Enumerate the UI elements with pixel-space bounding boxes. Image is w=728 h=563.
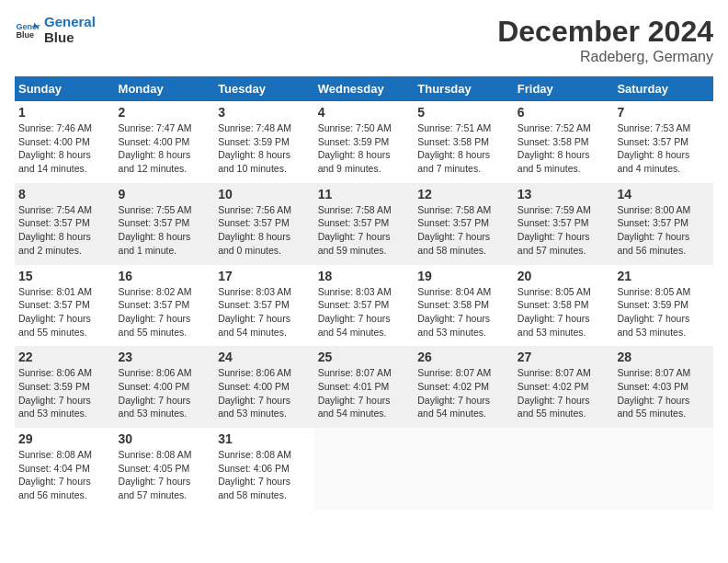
day-info: Sunrise: 8:07 AMSunset: 4:02 PMDaylight:…	[518, 366, 610, 420]
day-info: Sunrise: 8:04 AMSunset: 3:58 PMDaylight:…	[417, 285, 510, 339]
day-number: 17	[218, 269, 311, 283]
calendar-cell: 10Sunrise: 7:56 AMSunset: 3:57 PMDayligh…	[214, 183, 314, 265]
calendar-cell: 14Sunrise: 8:00 AMSunset: 3:57 PMDayligh…	[613, 183, 713, 265]
day-info: Sunrise: 7:51 AMSunset: 3:58 PMDaylight:…	[417, 121, 510, 176]
day-info: Sunrise: 8:07 AMSunset: 4:03 PMDaylight:…	[617, 366, 710, 420]
day-number: 11	[318, 187, 411, 201]
week-row-1: 1Sunrise: 7:46 AMSunset: 4:00 PMDaylight…	[15, 101, 713, 183]
logo: General Blue General Blue	[15, 15, 96, 45]
day-number: 16	[119, 269, 211, 283]
day-number: 22	[18, 350, 111, 364]
calendar-cell: 11Sunrise: 7:58 AMSunset: 3:57 PMDayligh…	[314, 183, 415, 265]
day-number: 3	[218, 105, 311, 120]
calendar-cell	[414, 428, 514, 510]
day-info: Sunrise: 8:06 AMSunset: 4:00 PMDaylight:…	[119, 366, 211, 420]
week-row-3: 15Sunrise: 8:01 AMSunset: 3:57 PMDayligh…	[15, 265, 713, 347]
day-info: Sunrise: 8:07 AMSunset: 4:01 PMDaylight:…	[318, 366, 411, 420]
header-day-friday: Friday	[514, 76, 614, 101]
calendar-cell: 25Sunrise: 8:07 AMSunset: 4:01 PMDayligh…	[314, 346, 415, 428]
day-number: 27	[518, 350, 610, 364]
day-info: Sunrise: 8:02 AMSunset: 3:57 PMDaylight:…	[119, 285, 211, 339]
calendar-cell: 13Sunrise: 7:59 AMSunset: 3:57 PMDayligh…	[514, 183, 614, 265]
day-number: 2	[119, 105, 211, 120]
day-number: 31	[218, 431, 311, 446]
day-number: 1	[18, 105, 111, 120]
calendar-cell: 16Sunrise: 8:02 AMSunset: 3:57 PMDayligh…	[115, 265, 215, 347]
logo-line2: Blue	[44, 30, 96, 46]
day-info: Sunrise: 8:03 AMSunset: 3:57 PMDaylight:…	[218, 285, 311, 339]
day-info: Sunrise: 7:58 AMSunset: 3:57 PMDaylight:…	[417, 203, 510, 258]
calendar-cell: 18Sunrise: 8:03 AMSunset: 3:57 PMDayligh…	[314, 265, 415, 347]
day-number: 13	[518, 187, 610, 201]
day-info: Sunrise: 8:05 AMSunset: 3:58 PMDaylight:…	[518, 285, 610, 339]
day-number: 10	[218, 187, 311, 201]
title-section: December 2024 Radeberg, Germany	[497, 15, 713, 65]
calendar-cell: 23Sunrise: 8:06 AMSunset: 4:00 PMDayligh…	[115, 346, 215, 428]
day-info: Sunrise: 7:59 AMSunset: 3:57 PMDaylight:…	[518, 203, 610, 258]
day-info: Sunrise: 7:55 AMSunset: 3:57 PMDaylight:…	[119, 203, 211, 258]
day-number: 5	[417, 105, 510, 120]
day-info: Sunrise: 7:52 AMSunset: 3:58 PMDaylight:…	[518, 121, 610, 176]
day-number: 30	[119, 431, 211, 446]
day-info: Sunrise: 7:56 AMSunset: 3:57 PMDaylight:…	[218, 203, 311, 258]
calendar-table: SundayMondayTuesdayWednesdayThursdayFrid…	[15, 76, 713, 510]
logo-icon: General Blue	[15, 17, 40, 43]
calendar-cell: 29Sunrise: 8:08 AMSunset: 4:04 PMDayligh…	[15, 428, 115, 510]
day-info: Sunrise: 8:07 AMSunset: 4:02 PMDaylight:…	[417, 366, 510, 420]
calendar-cell: 6Sunrise: 7:52 AMSunset: 3:58 PMDaylight…	[514, 101, 614, 183]
day-info: Sunrise: 8:00 AMSunset: 3:57 PMDaylight:…	[617, 203, 710, 258]
day-number: 20	[518, 269, 610, 283]
week-row-5: 29Sunrise: 8:08 AMSunset: 4:04 PMDayligh…	[15, 428, 713, 510]
day-info: Sunrise: 7:54 AMSunset: 3:57 PMDaylight:…	[18, 203, 111, 258]
svg-text:Blue: Blue	[16, 30, 34, 40]
day-number: 12	[417, 187, 510, 201]
calendar-cell: 26Sunrise: 8:07 AMSunset: 4:02 PMDayligh…	[414, 346, 514, 428]
main-title: December 2024	[497, 15, 713, 49]
day-number: 25	[318, 350, 411, 364]
day-info: Sunrise: 8:03 AMSunset: 3:57 PMDaylight:…	[318, 285, 411, 339]
calendar-cell: 1Sunrise: 7:46 AMSunset: 4:00 PMDaylight…	[15, 101, 115, 183]
day-info: Sunrise: 7:58 AMSunset: 3:57 PMDaylight:…	[318, 203, 411, 258]
day-number: 14	[617, 187, 710, 201]
day-info: Sunrise: 8:06 AMSunset: 4:00 PMDaylight:…	[218, 366, 311, 420]
calendar-cell: 22Sunrise: 8:06 AMSunset: 3:59 PMDayligh…	[15, 346, 115, 428]
header-day-monday: Monday	[115, 76, 215, 101]
calendar-cell: 31Sunrise: 8:08 AMSunset: 4:06 PMDayligh…	[214, 428, 314, 510]
calendar-cell: 5Sunrise: 7:51 AMSunset: 3:58 PMDaylight…	[414, 101, 514, 183]
day-info: Sunrise: 7:46 AMSunset: 4:00 PMDaylight:…	[18, 121, 111, 176]
day-number: 21	[617, 269, 710, 283]
calendar-cell: 9Sunrise: 7:55 AMSunset: 3:57 PMDaylight…	[115, 183, 215, 265]
day-number: 9	[119, 187, 211, 201]
calendar-cell	[314, 428, 415, 510]
day-info: Sunrise: 8:08 AMSunset: 4:06 PMDaylight:…	[218, 448, 311, 502]
page-header: General Blue General Blue December 2024 …	[15, 15, 713, 65]
calendar-cell	[514, 428, 614, 510]
day-info: Sunrise: 8:08 AMSunset: 4:04 PMDaylight:…	[18, 448, 111, 502]
header-day-sunday: Sunday	[15, 76, 115, 101]
calendar-cell: 30Sunrise: 8:08 AMSunset: 4:05 PMDayligh…	[115, 428, 215, 510]
header-day-tuesday: Tuesday	[214, 76, 314, 101]
header-day-wednesday: Wednesday	[314, 76, 415, 101]
day-info: Sunrise: 7:47 AMSunset: 4:00 PMDaylight:…	[119, 121, 211, 176]
day-number: 24	[218, 350, 311, 364]
calendar-cell: 28Sunrise: 8:07 AMSunset: 4:03 PMDayligh…	[613, 346, 713, 428]
day-number: 4	[318, 105, 411, 120]
week-row-2: 8Sunrise: 7:54 AMSunset: 3:57 PMDaylight…	[15, 183, 713, 265]
day-number: 6	[518, 105, 610, 120]
header-day-saturday: Saturday	[613, 76, 713, 101]
calendar-cell: 12Sunrise: 7:58 AMSunset: 3:57 PMDayligh…	[414, 183, 514, 265]
day-info: Sunrise: 7:48 AMSunset: 3:59 PMDaylight:…	[218, 121, 311, 176]
week-row-4: 22Sunrise: 8:06 AMSunset: 3:59 PMDayligh…	[15, 346, 713, 428]
day-number: 23	[119, 350, 211, 364]
day-number: 19	[417, 269, 510, 283]
day-number: 29	[18, 431, 111, 446]
calendar-cell: 8Sunrise: 7:54 AMSunset: 3:57 PMDaylight…	[15, 183, 115, 265]
calendar-cell: 7Sunrise: 7:53 AMSunset: 3:57 PMDaylight…	[613, 101, 713, 183]
day-number: 7	[617, 105, 710, 120]
calendar-cell: 3Sunrise: 7:48 AMSunset: 3:59 PMDaylight…	[214, 101, 314, 183]
calendar-cell	[613, 428, 713, 510]
day-info: Sunrise: 7:50 AMSunset: 3:59 PMDaylight:…	[318, 121, 411, 176]
day-number: 18	[318, 269, 411, 283]
header-row: SundayMondayTuesdayWednesdayThursdayFrid…	[15, 76, 713, 101]
calendar-cell: 17Sunrise: 8:03 AMSunset: 3:57 PMDayligh…	[214, 265, 314, 347]
